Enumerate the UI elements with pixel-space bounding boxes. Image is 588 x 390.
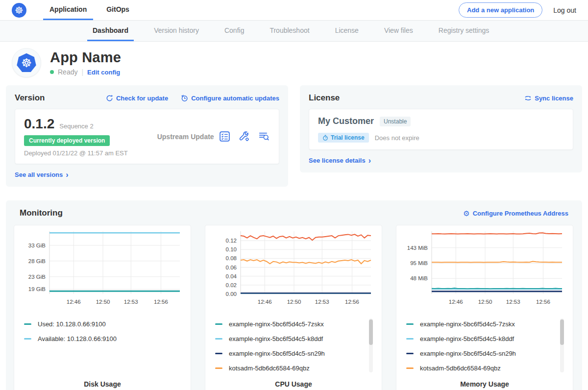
disk-usage-card: 33 GiB28 GiB23 GiB19 GiB12:4612:5012:531… [14,225,191,390]
view-logs-icon[interactable] [258,130,270,143]
gear-icon: ⚙ [463,210,469,217]
svg-text:0.08: 0.08 [226,255,237,261]
stopwatch-icon [322,135,328,141]
svg-text:12:50: 12:50 [478,299,492,305]
svg-text:0.06: 0.06 [226,265,237,270]
memory-usage-title: Memory Usage [404,380,565,388]
svg-text:0.04: 0.04 [226,273,237,279]
current-version-block: 0.1.2 Sequence 2 Currently deployed vers… [24,116,128,157]
legend-item: Used: 10.128.0.66:9100 [24,320,174,328]
refresh-icon [106,95,113,102]
svg-text:33 GiB: 33 GiB [28,243,46,248]
currently-deployed-badge: Currently deployed version [24,135,110,146]
legend-label: kotsadm-5db6dc6584-69qbz [229,365,310,372]
legend-item: kotsadm-5db6dc6584-69qbz [406,365,556,372]
svg-text:12:53: 12:53 [124,299,138,305]
tab-troubleshoot[interactable]: Troubleshoot [264,21,315,41]
svg-text:12:50: 12:50 [287,299,301,305]
configure-automatic-updates-link[interactable]: Configure automatic updates [181,95,279,102]
legend-item: kotsadm-5db6dc6584-69qbz [215,365,365,372]
legend-scrollbar-thumb[interactable] [560,319,564,345]
svg-text:143 MiB: 143 MiB [407,245,428,251]
ready-status-dot-icon [50,70,54,74]
cpu-usage-title: CPU Usage [213,380,374,388]
divider: | [81,68,83,76]
sync-arrows-icon [524,95,532,102]
legend-color-dash-icon [406,323,414,325]
legend-color-dash-icon [215,323,222,325]
svg-text:12:53: 12:53 [315,299,329,305]
nav-tab-gitops[interactable]: GitOps [100,0,136,20]
see-all-versions-link[interactable]: See all versions › [15,171,69,179]
svg-text:12:53: 12:53 [506,299,520,305]
check-for-update-link[interactable]: Check for update [106,95,168,102]
preflight-checks-icon[interactable] [219,130,231,143]
legend-scrollbar-thumb[interactable] [369,319,373,345]
disk-usage-chart: 33 GiB28 GiB23 GiB19 GiB12:4612:5012:531… [22,231,183,311]
legend-color-dash-icon [406,367,414,369]
clock-refresh-icon [181,95,188,102]
brand-logo[interactable]: ☸ [12,0,26,20]
see-license-details-link[interactable]: See license details › [309,157,371,165]
chevron-right-icon: › [66,171,68,179]
legend-label: example-nginx-5bc6f5d4c5-7zskx [229,320,324,328]
legend-item: example-nginx-5bc6f5d4c5-sn29h [406,350,556,357]
svg-text:0.02: 0.02 [226,282,237,288]
sync-license-link[interactable]: Sync license [524,95,573,102]
customer-name: My Customer [318,116,374,126]
tab-view-files[interactable]: View files [379,21,418,41]
svg-text:12:50: 12:50 [96,299,110,305]
config-wrench-icon[interactable] [238,130,250,143]
legend-scrollbar[interactable] [560,318,564,372]
configure-prometheus-link[interactable]: ⚙ Configure Prometheus Address [463,210,568,217]
nav-tab-application[interactable]: Application [43,0,93,20]
legend-color-dash-icon [406,338,414,340]
version-sequence: Sequence 2 [59,122,93,130]
app-status-label: Ready [58,68,77,76]
disk-usage-legend: Used: 10.128.0.66:9100Available: 10.128.… [22,318,183,375]
monitoring-title: Monitoring [20,208,63,218]
top-nav-tabs: Application GitOps [43,0,143,20]
svg-text:23 GiB: 23 GiB [28,274,46,280]
legend-item: example-nginx-5bc6f5d4c5-k8ddf [215,335,365,342]
svg-text:12:46: 12:46 [258,299,272,305]
cpu-usage-chart: 0.120.100.080.060.040.020.0012:4612:5012… [213,231,374,311]
svg-text:95 MiB: 95 MiB [410,260,428,266]
legend-item: example-nginx-5bc6f5d4c5-7zskx [215,320,365,328]
legend-color-dash-icon [215,353,222,354]
log-out-link[interactable]: Log out [553,6,576,14]
app-avatar: ☸ [12,48,41,77]
license-card-title: License [309,93,340,103]
legend-label: Available: 10.128.0.66:9100 [38,335,117,342]
memory-usage-chart: 143 MiB95 MiB48 MiB12:4612:5012:5312:56 [404,231,565,311]
legend-label: example-nginx-5bc6f5d4c5-7zskx [420,320,515,328]
svg-text:12:46: 12:46 [67,299,81,305]
tab-registry-settings[interactable]: Registry settings [433,21,494,41]
svg-text:0.12: 0.12 [226,238,237,244]
legend-item: Available: 10.128.0.66:9100 [24,335,174,342]
legend-label: kotsadm-5db6dc6584-69qbz [420,365,501,372]
tab-dashboard[interactable]: Dashboard [87,21,134,41]
version-number: 0.1.2 [24,116,54,132]
disk-usage-title: Disk Usage [22,380,183,388]
add-new-application-button[interactable]: Add a new application [459,2,542,18]
cpu-usage-legend: example-nginx-5bc6f5d4c5-7zskxexample-ng… [213,318,374,375]
chevron-right-icon: › [368,157,371,165]
version-card: Version Check for update [6,85,288,187]
page-title: App Name [50,49,121,66]
legend-label: example-nginx-5bc6f5d4c5-sn29h [420,350,516,357]
tab-config[interactable]: Config [219,21,249,41]
edit-config-link[interactable]: Edit config [87,69,120,76]
tab-license[interactable]: License [330,21,364,41]
tab-version-history[interactable]: Version history [148,21,204,41]
upstream-update-label: Upstream Update [157,133,214,141]
svg-text:0.10: 0.10 [226,246,237,252]
monitoring-section: Monitoring ⚙ Configure Prometheus Addres… [6,200,582,390]
license-panel: My Customer Unstable Trial license Does … [309,109,573,150]
legend-color-dash-icon [215,367,222,369]
app-sub-nav: Dashboard Version history Config Trouble… [0,21,588,42]
deployed-timestamp: Deployed 01/21/22 @ 11:57 am EST [24,149,128,157]
legend-scrollbar[interactable] [369,318,373,372]
kubernetes-logo-icon: ☸ [12,3,26,18]
kubernetes-heptagon-icon: ☸ [16,52,37,73]
